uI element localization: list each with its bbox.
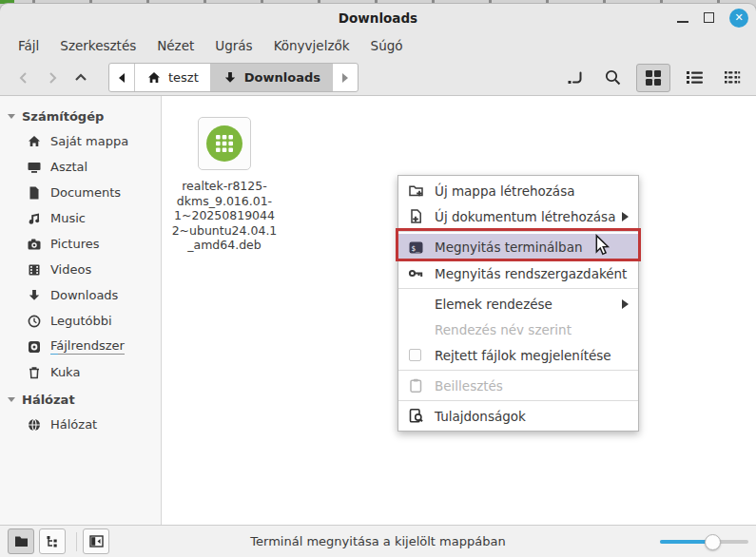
triangle-right-icon xyxy=(340,72,350,84)
sidebar-item-label: Fájlrendszer xyxy=(50,338,125,355)
treeview-toggle-button[interactable] xyxy=(39,528,66,554)
up-button[interactable] xyxy=(67,64,95,92)
sidebar-item-music[interactable]: Music xyxy=(0,205,161,231)
sidebar-item-desktop[interactable]: Asztal xyxy=(0,154,161,180)
sidebar-item-network[interactable]: Hálózat xyxy=(0,412,161,437)
search-icon xyxy=(604,68,622,86)
sidebar-item-filesystem[interactable]: Fájlrendszer xyxy=(0,334,161,359)
menu-item-label: Új dokumentum létrehozása xyxy=(435,209,615,224)
breadcrumb-scroll-left[interactable] xyxy=(109,64,135,91)
expander-icon xyxy=(8,397,15,402)
list-view-icon xyxy=(686,69,704,86)
places-toggle-button[interactable] xyxy=(8,528,34,554)
back-button[interactable] xyxy=(10,64,38,92)
zoom-slider-fill xyxy=(660,540,708,544)
list-view-button[interactable] xyxy=(680,64,708,92)
folder-plus-icon xyxy=(408,182,424,199)
menu-help[interactable]: Súgó xyxy=(360,34,414,57)
svg-text:$_: $_ xyxy=(412,243,421,252)
filesystem-icon xyxy=(27,339,42,355)
compact-view-button[interactable] xyxy=(718,64,746,92)
window-controls: ✕ xyxy=(677,4,748,31)
menu-item-label: Megnyitás rendszergazdaként xyxy=(435,266,627,281)
zoom-slider[interactable] xyxy=(660,533,748,550)
menu-item-arrange-items[interactable]: Elemek rendezése xyxy=(398,291,638,317)
compact-view-icon xyxy=(724,69,741,86)
forward-button[interactable] xyxy=(38,64,67,92)
sidebar-item-downloads[interactable]: Downloads xyxy=(0,282,161,308)
menu-item-label: Új mappa létrehozása xyxy=(435,183,574,199)
zoom-slider-handle[interactable] xyxy=(705,534,721,550)
menu-view[interactable]: Nézet xyxy=(146,34,204,57)
menu-file[interactable]: Fájl xyxy=(8,34,49,57)
sidebar-item-documents[interactable]: Documents xyxy=(0,180,161,205)
hide-sidebar-button[interactable] xyxy=(83,528,109,554)
menu-separator xyxy=(398,288,638,289)
breadcrumb-current-label: Downloads xyxy=(244,70,320,85)
trash-icon xyxy=(27,365,42,380)
home-icon xyxy=(27,134,42,149)
menu-item-new-document[interactable]: Új dokumentum létrehozása xyxy=(398,203,638,229)
menu-separator xyxy=(398,231,638,232)
clock-icon xyxy=(27,314,42,329)
breadcrumb-downloads[interactable]: Downloads xyxy=(211,64,333,91)
menu-separator xyxy=(398,370,638,371)
menu-item-paste: Beillesztés xyxy=(398,373,638,398)
globe-icon xyxy=(27,417,42,432)
statusbar: Terminál megnyitása a kijelölt mappában xyxy=(0,525,756,557)
home-icon xyxy=(146,70,162,86)
close-button[interactable]: ✕ xyxy=(729,9,748,28)
search-button[interactable] xyxy=(598,64,627,92)
maximize-button[interactable] xyxy=(704,12,714,23)
menu-item-label: Rejtett fájlok megjelenítése xyxy=(435,348,611,363)
menu-item-label: Megnyitás terminálban xyxy=(435,240,583,255)
breadcrumb-scroll-right[interactable] xyxy=(333,64,358,91)
sidebar-section-label: Hálózat xyxy=(22,393,75,407)
menu-item-label: Rendezés név szerint xyxy=(435,322,572,337)
menu-item-open-as-root[interactable]: Megnyitás rendszergazdaként xyxy=(398,260,638,286)
toolbar-right-group xyxy=(560,64,746,92)
breadcrumb-home-teszt[interactable]: teszt xyxy=(135,64,211,91)
file-thumbnail xyxy=(198,117,251,170)
menu-item-show-hidden-files[interactable]: Rejtett fájlok megjelenítése xyxy=(398,342,638,368)
checkbox-unchecked-icon[interactable] xyxy=(409,349,421,361)
triangle-left-icon xyxy=(117,72,126,84)
menu-go[interactable]: Ugrás xyxy=(204,34,262,57)
menu-item-sort-by-name: Rendezés név szerint xyxy=(398,317,638,342)
submenu-arrow-icon xyxy=(622,212,629,221)
menu-edit[interactable]: Szerkesztés xyxy=(49,34,146,57)
chevron-right-icon xyxy=(45,70,60,86)
grid-view-icon xyxy=(645,69,662,86)
sidebar-section-label: Számítógép xyxy=(22,109,104,124)
menubar: Fájl Szerkesztés Nézet Ugrás Könyvjelzők… xyxy=(0,31,756,60)
menu-item-properties[interactable]: Tulajdonságok xyxy=(398,403,638,429)
sidebar-item-home[interactable]: Saját mappa xyxy=(0,128,161,154)
breadcrumb: teszt Downloads xyxy=(108,63,359,92)
file-name: realtek-r8125- dkms_9.016.01- 1~20250819… xyxy=(172,179,278,253)
properties-icon xyxy=(408,408,424,424)
submenu-arrow-icon xyxy=(622,299,629,309)
sidebar-item-trash[interactable]: Kuka xyxy=(0,359,161,385)
sidebar-section-network[interactable]: Hálózat xyxy=(0,387,161,412)
window-body: Számítógép Saját mappa Asztal Documents … xyxy=(0,96,756,525)
file-item-deb-package[interactable]: realtek-r8125- dkms_9.016.01- 1~20250819… xyxy=(171,117,278,253)
terminal-icon: $_ xyxy=(408,240,424,256)
document-icon xyxy=(27,185,42,201)
hide-sidebar-icon xyxy=(89,535,104,547)
key-icon xyxy=(408,265,424,281)
breadcrumb-parent-label: teszt xyxy=(168,70,199,85)
menu-bookmarks[interactable]: Könyvjelzők xyxy=(263,34,360,57)
sidebar-section-computer[interactable]: Számítógép xyxy=(0,104,161,128)
grid-view-button[interactable] xyxy=(636,64,670,92)
location-entry-icon xyxy=(566,68,584,86)
chevron-up-icon xyxy=(73,70,88,86)
titlebar[interactable]: Downloads ✕ xyxy=(0,4,756,31)
tree-view-icon xyxy=(46,535,60,548)
location-entry-button[interactable] xyxy=(560,64,589,92)
menu-separator xyxy=(398,400,638,401)
minimize-button[interactable] xyxy=(677,21,688,23)
sidebar-item-pictures[interactable]: Pictures xyxy=(0,231,161,257)
menu-item-new-folder[interactable]: Új mappa létrehozása xyxy=(398,178,638,203)
sidebar-item-videos[interactable]: Videos xyxy=(0,257,161,282)
sidebar-item-recent[interactable]: Legutóbbi xyxy=(0,308,161,334)
